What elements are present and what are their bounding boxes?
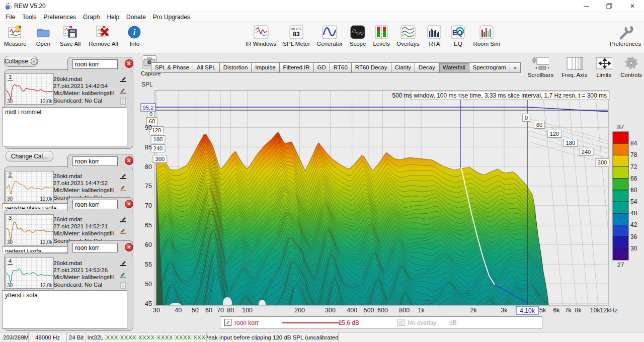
y-tick-label: 90 (145, 124, 152, 131)
x-tick-label: 400 (347, 307, 357, 314)
svg-text:120: 120 (550, 131, 559, 137)
measurement-4-name-input[interactable] (72, 243, 118, 252)
time-slice-label: 240 (151, 145, 165, 152)
status-peak-input: Peak input before clipping 120 dB SPL (u… (207, 332, 339, 342)
x-tick-label: 1k (418, 307, 425, 314)
y-tick-label: 85 (145, 144, 152, 151)
x-tick-label: 3k (501, 307, 508, 314)
measurement-4-notes[interactable]: ytterst i sofa (2, 290, 127, 329)
status-memory: 203/269MB (0, 332, 29, 342)
measurement-2-name-input[interactable] (72, 156, 118, 166)
time-slice-label: 180 (564, 139, 578, 147)
measurement-2-name-notch: ✕ (67, 154, 133, 167)
time-slice-label: 0 (147, 111, 155, 118)
svg-text:120: 120 (152, 127, 161, 133)
status-bar: 203/269MB 48000 Hz 24 Bit Int32L XXXX XX… (0, 332, 644, 342)
trace-color-icon[interactable] (120, 271, 127, 278)
svg-text:240: 240 (153, 145, 163, 151)
measurement-1-thumbnail[interactable]: 1 30 12,0k (6, 73, 54, 105)
x-tick-label: 7k (565, 307, 572, 314)
measurement-3-name-notch: ✕ (67, 197, 133, 211)
svg-text:300: 300 (598, 159, 607, 165)
status-format: Int32L (86, 332, 105, 342)
svg-text:72: 72 (630, 163, 637, 170)
measurement-1-name-notch: ✕ (67, 57, 133, 70)
svg-text:42: 42 (630, 221, 637, 228)
y-tick-label: 80 (145, 163, 152, 170)
measurement-4-info: 26okt.mdat27.okt.2021 14:53:26 Mic/Meter… (53, 260, 118, 288)
status-bit-depth: 24 Bit (67, 332, 86, 342)
svg-text:84: 84 (630, 140, 637, 147)
x-tick-label: 600 (377, 307, 388, 314)
trace-color-icon[interactable] (120, 87, 127, 94)
status-channel-pattern: XXXX XXXX XXXX XXXX XXXX XXXX (105, 332, 207, 342)
x-tick-label: 5k (539, 307, 546, 314)
x-tick-label: 10k (590, 307, 601, 314)
annotation-text: 500 ms window, 100 ms rise time, 3,33 ms… (392, 92, 607, 99)
svg-text:30: 30 (630, 245, 637, 252)
x-tick-label: 100 (242, 307, 253, 314)
svg-text:4,10k: 4,10k (520, 307, 535, 314)
svg-text:95,2: 95,2 (142, 105, 153, 111)
notes-icon[interactable] (120, 282, 127, 289)
x-tick-label: 40 (175, 307, 182, 314)
y-axis-title: SPL (141, 81, 153, 88)
svg-text:60: 60 (630, 187, 637, 194)
measurement-3-name-input[interactable] (72, 200, 118, 209)
time-slice-label: 60 (534, 121, 544, 129)
x-tick-label: 60 (205, 307, 212, 314)
measurement-1-delete-button[interactable]: ✕ (125, 59, 133, 68)
measurement-1-notes[interactable]: midt i rommet (2, 107, 127, 146)
edit-measurement-icon[interactable] (120, 173, 127, 180)
y-tick-label: 75 (145, 183, 152, 190)
time-slice-label: 300 (153, 155, 167, 163)
edit-measurement-icon[interactable] (120, 75, 127, 82)
measurement-3-delete-button[interactable]: ✕ (125, 200, 133, 208)
svg-text:60: 60 (149, 118, 155, 124)
x-tick-label: 12kHz (600, 307, 617, 314)
svg-text:180: 180 (566, 140, 575, 146)
x-tick-label: 300 (325, 307, 336, 314)
x-tick-label: 8k (575, 307, 582, 314)
measurement-2-delete-button[interactable]: ✕ (125, 156, 133, 165)
x-tick-label: 80 (227, 307, 234, 314)
measurement-1-name-input[interactable] (72, 59, 118, 69)
svg-text:48: 48 (630, 210, 637, 217)
x-tick-label: 200 (294, 307, 305, 314)
svg-text:300: 300 (155, 156, 165, 162)
measurement-3-thumbnail[interactable]: 3 30 12,0k (6, 214, 54, 245)
edit-measurement-icon[interactable] (120, 260, 127, 267)
time-slice-label: 300 (595, 159, 609, 166)
x-tick-label: 30 (153, 307, 160, 314)
svg-text:54: 54 (630, 198, 637, 205)
svg-text:180: 180 (153, 136, 163, 142)
svg-text:78: 78 (630, 151, 637, 158)
svg-text:87: 87 (617, 124, 624, 131)
change-cal-button[interactable]: Change Cal... (6, 151, 53, 161)
measurement-4-delete-button[interactable]: ✕ (125, 243, 133, 251)
time-slice-label: 0 (523, 114, 530, 122)
measurement-4-icons (119, 260, 127, 289)
svg-text:27: 27 (617, 262, 624, 269)
svg-text:0: 0 (149, 111, 152, 117)
y-tick-label: 50 (145, 281, 152, 288)
measurement-1-icons (119, 75, 127, 105)
time-slice-label: 240 (579, 148, 593, 156)
trace-color-icon[interactable] (120, 184, 127, 191)
edit-measurement-icon[interactable] (120, 216, 127, 223)
color-scale: 872784787266605448423630 (613, 124, 637, 269)
notes-icon[interactable] (120, 98, 127, 105)
status-sample-rate: 48000 Hz (29, 332, 67, 342)
svg-text:0: 0 (525, 115, 528, 121)
y-tick-label: 65 (145, 222, 152, 229)
x-tick-label: 6k (553, 307, 560, 314)
x-tick-label: 800 (399, 307, 410, 314)
measurement-4-name-notch: ✕ (67, 240, 133, 254)
measurement-2-thumbnail[interactable]: 2 30 12,0k (6, 171, 54, 202)
trace-color-icon[interactable] (120, 227, 127, 234)
y-tick-label: 55 (145, 261, 152, 268)
measurement-4-thumbnail[interactable]: 4 30 12,0k (6, 258, 54, 289)
time-slice-label: 180 (151, 136, 165, 143)
x-tick-label: 500 (364, 307, 374, 314)
svg-text:240: 240 (582, 149, 591, 155)
